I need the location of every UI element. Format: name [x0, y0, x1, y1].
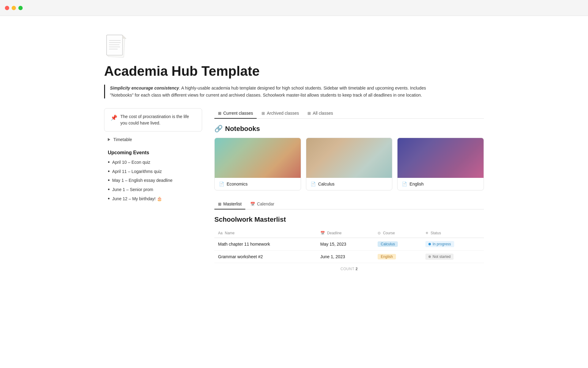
- col-deadline[interactable]: 📅 Deadline: [317, 228, 374, 238]
- bullet-icon: •: [108, 186, 110, 193]
- tab-current-classes[interactable]: ⊞ Current classes: [214, 108, 257, 119]
- notebooks-grid: 📄 Economics 📄 Calculus 📄: [214, 138, 484, 190]
- status-badge: In progress: [425, 241, 454, 247]
- list-item: • April 10 – Econ quiz: [108, 158, 198, 167]
- notebook-card-calculus[interactable]: 📄 Calculus: [306, 138, 393, 190]
- page-title: Academia Hub Template: [104, 64, 484, 79]
- quote-text: The cost of procrastination is the life …: [120, 113, 196, 126]
- status-badge: Not started: [425, 254, 454, 260]
- timetable-label: Timetable: [113, 137, 132, 142]
- bullet-icon: •: [108, 196, 110, 202]
- page-wrapper: Academia Hub Template Simplicity encoura…: [80, 34, 508, 299]
- quote-box: 📌 The cost of procrastination is the lif…: [104, 108, 202, 132]
- event-text: May 1 – English essay deadline: [112, 177, 172, 184]
- grid-icon: ⊞: [218, 111, 221, 116]
- task-name: Math chapter 11 homework: [214, 238, 317, 251]
- bullet-icon: •: [108, 168, 110, 175]
- event-text: April 10 – Econ quiz: [112, 159, 150, 166]
- count-label: COUNT: [341, 267, 354, 271]
- svg-rect-9: [107, 35, 123, 55]
- task-deadline: June 1, 2023: [317, 251, 374, 263]
- col-status[interactable]: ✳ Status: [422, 228, 484, 238]
- task-course: English: [374, 251, 421, 263]
- list-item: • June 1 – Senior prom: [108, 185, 198, 194]
- calendar-icon: 📅: [250, 202, 255, 206]
- table-count: COUNT 2: [214, 263, 484, 275]
- triangle-icon: [108, 138, 110, 141]
- table-row: Math chapter 11 homework May 15, 2023 Ca…: [214, 238, 484, 251]
- course-badge: Calculus: [378, 241, 398, 247]
- task-status: Not started: [422, 251, 484, 263]
- tab-label: Current classes: [223, 111, 253, 116]
- tab-all-classes[interactable]: ⊞ All classes: [304, 108, 337, 119]
- notebook-cover-english: [398, 138, 484, 178]
- notebook-footer-economics: 📄 Economics: [215, 178, 301, 190]
- tab-label: All classes: [313, 111, 333, 116]
- list-item: • June 12 – My birthday! 🎂: [108, 194, 198, 204]
- bullet-icon: •: [108, 177, 110, 184]
- task-course: Calculus: [374, 238, 421, 251]
- notebook-name: Economics: [227, 182, 247, 186]
- subtab-label: Masterlist: [223, 201, 242, 206]
- grid-icon: ⊞: [307, 111, 311, 116]
- description-italic: Simplicity encourage consistency: [110, 86, 179, 90]
- event-text: June 1 – Senior prom: [112, 186, 153, 193]
- minimize-button[interactable]: [12, 6, 16, 10]
- notebooks-title: Notebooks: [225, 125, 260, 133]
- grid-icon: ⊞: [218, 202, 221, 206]
- doc-icon: 📄: [219, 182, 224, 186]
- notebook-name: Calculus: [318, 182, 335, 186]
- course-badge: English: [378, 254, 396, 259]
- main-content: ⊞ Current classes ⊞ Archived classes ⊞ A…: [214, 108, 484, 275]
- notebook-card-economics[interactable]: 📄 Economics: [214, 138, 301, 190]
- task-name: Grammar worksheet #2: [214, 251, 317, 263]
- doc-icon: 📄: [402, 182, 407, 186]
- events-list: • April 10 – Econ quiz • April 11 – Loga…: [104, 158, 202, 203]
- subtab-label: Calendar: [257, 201, 274, 206]
- circle-icon: ⊙: [378, 231, 381, 235]
- subtab-masterlist[interactable]: ⊞ Masterlist: [214, 199, 245, 209]
- calendar-icon: 📅: [320, 231, 325, 235]
- bullet-icon: •: [108, 159, 110, 166]
- link-icon: 🔗: [214, 125, 223, 133]
- event-text: June 12 – My birthday! 🎂: [112, 196, 162, 202]
- notebook-footer-english: 📄 English: [398, 178, 484, 190]
- upcoming-events-header: Upcoming Events: [104, 145, 202, 158]
- notebook-footer-calculus: 📄 Calculus: [306, 178, 392, 190]
- task-status: In progress: [422, 238, 484, 251]
- table-row: Grammar worksheet #2 June 1, 2023 Englis…: [214, 251, 484, 263]
- list-item: • May 1 – English essay deadline: [108, 176, 198, 185]
- aa-icon: Aa: [218, 231, 223, 235]
- page-description: Simplicity encourage consistency. A high…: [104, 85, 441, 98]
- list-item: • April 11 – Logarithms quiz: [108, 167, 198, 176]
- col-course[interactable]: ⊙ Course: [374, 228, 421, 238]
- task-deadline: May 15, 2023: [317, 238, 374, 251]
- page-icon: [104, 34, 129, 59]
- asterisk-icon: ✳: [425, 231, 428, 235]
- page-icon-emoji: [104, 34, 129, 59]
- col-name[interactable]: Aa Name: [214, 228, 317, 238]
- notebook-name: English: [409, 182, 424, 186]
- subtab-calendar[interactable]: 📅 Calendar: [247, 199, 278, 209]
- doc-icon: 📄: [311, 182, 316, 186]
- notebook-cover-calculus: [306, 138, 392, 178]
- close-button[interactable]: [5, 6, 9, 10]
- masterlist-table: Aa Name 📅 Deadline ⊙ Course ✳: [214, 228, 484, 263]
- maximize-button[interactable]: [18, 6, 23, 10]
- notebook-cover-economics: [215, 138, 301, 178]
- grid-icon: ⊞: [262, 111, 265, 116]
- notebook-card-english[interactable]: 📄 English: [397, 138, 484, 190]
- sidebar: 📌 The cost of procrastination is the lif…: [104, 108, 202, 203]
- event-text: April 11 – Logarithms quiz: [112, 168, 162, 175]
- titlebar: [0, 0, 588, 16]
- timetable-row[interactable]: Timetable: [104, 134, 202, 145]
- tab-label: Archived classes: [267, 111, 299, 116]
- masterlist-header: Schoolwork Masterlist: [214, 216, 484, 224]
- notebooks-header: 🔗 Notebooks: [214, 125, 484, 133]
- status-dot: [428, 243, 431, 245]
- subtabs: ⊞ Masterlist 📅 Calendar: [214, 199, 484, 209]
- tab-archived-classes[interactable]: ⊞ Archived classes: [258, 108, 303, 119]
- content-layout: 📌 The cost of procrastination is the lif…: [104, 108, 484, 275]
- pin-icon: 📌: [111, 114, 117, 122]
- class-tabs: ⊞ Current classes ⊞ Archived classes ⊞ A…: [214, 108, 484, 119]
